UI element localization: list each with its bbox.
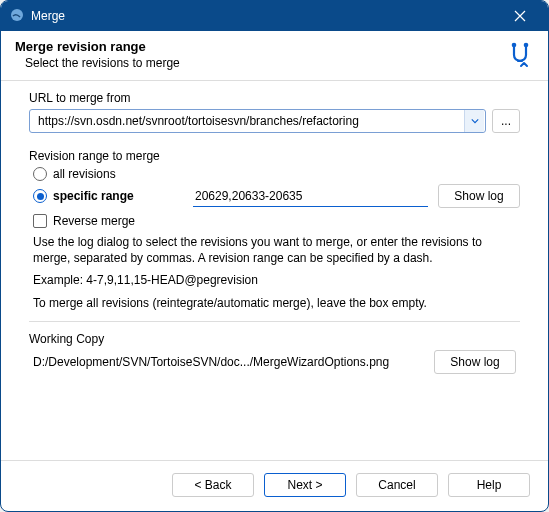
ellipsis-label: ... bbox=[501, 114, 511, 128]
close-icon bbox=[514, 10, 526, 22]
back-button[interactable]: < Back bbox=[172, 473, 254, 497]
svg-point-1 bbox=[512, 43, 517, 48]
help-button[interactable]: Help bbox=[448, 473, 530, 497]
range-input-wrap bbox=[193, 186, 428, 207]
url-row: https://svn.osdn.net/svnroot/tortoisesvn… bbox=[29, 109, 520, 133]
chevron-down-icon bbox=[471, 118, 479, 124]
app-icon bbox=[9, 7, 25, 26]
back-label: < Back bbox=[194, 478, 231, 492]
close-button[interactable] bbox=[500, 2, 540, 30]
specific-range-row: specific range Show log bbox=[33, 184, 520, 208]
revision-range-input[interactable] bbox=[193, 186, 428, 207]
all-revisions-radio[interactable] bbox=[33, 167, 47, 181]
reverse-merge-row[interactable]: Reverse merge bbox=[33, 214, 520, 228]
tortoise-merge-icon bbox=[506, 41, 534, 69]
show-log-label: Show log bbox=[454, 189, 503, 203]
wizard-body: URL to merge from https://svn.osdn.net/s… bbox=[1, 81, 548, 460]
show-log-wc-label: Show log bbox=[450, 355, 499, 369]
svg-point-2 bbox=[524, 43, 529, 48]
working-copy-path: D:/Development/SVN/TortoiseSVN/doc.../Me… bbox=[33, 355, 424, 369]
cancel-button[interactable]: Cancel bbox=[356, 473, 438, 497]
working-copy-row: D:/Development/SVN/TortoiseSVN/doc.../Me… bbox=[33, 350, 516, 374]
url-value: https://svn.osdn.net/svnroot/tortoisesvn… bbox=[30, 114, 464, 128]
wizard-header: Merge revision range Select the revision… bbox=[1, 31, 548, 81]
help-text-2: Example: 4-7,9,11,15-HEAD@pegrevision bbox=[33, 272, 516, 288]
show-log-revisions-button[interactable]: Show log bbox=[438, 184, 520, 208]
show-log-wc-button[interactable]: Show log bbox=[434, 350, 516, 374]
titlebar: Merge bbox=[1, 1, 548, 31]
merge-wizard-window: Merge Merge revision range Select the re… bbox=[0, 0, 549, 512]
specific-range-option[interactable]: specific range bbox=[33, 189, 183, 203]
help-label: Help bbox=[477, 478, 502, 492]
url-dropdown-button[interactable] bbox=[464, 110, 484, 132]
all-revisions-row[interactable]: all revisions bbox=[33, 167, 520, 181]
divider bbox=[29, 321, 520, 322]
all-revisions-label: all revisions bbox=[53, 167, 116, 181]
titlebar-left: Merge bbox=[9, 7, 65, 26]
specific-range-radio[interactable] bbox=[33, 189, 47, 203]
next-button[interactable]: Next > bbox=[264, 473, 346, 497]
help-text-1: Use the log dialog to select the revisio… bbox=[33, 234, 516, 266]
window-title: Merge bbox=[31, 9, 65, 23]
next-label: Next > bbox=[287, 478, 322, 492]
wizard-footer: < Back Next > Cancel Help bbox=[1, 460, 548, 511]
cancel-label: Cancel bbox=[378, 478, 415, 492]
revision-group-label: Revision range to merge bbox=[29, 149, 520, 163]
help-text-3: To merge all revisions (reintegrate/auto… bbox=[33, 295, 516, 311]
wizard-header-text: Merge revision range Select the revision… bbox=[15, 39, 180, 70]
browse-url-button[interactable]: ... bbox=[492, 109, 520, 133]
specific-range-label: specific range bbox=[53, 189, 134, 203]
wizard-title: Merge revision range bbox=[15, 39, 180, 54]
wizard-subtitle: Select the revisions to merge bbox=[15, 56, 180, 70]
wc-group-label: Working Copy bbox=[29, 332, 520, 346]
url-combo[interactable]: https://svn.osdn.net/svnroot/tortoisesvn… bbox=[29, 109, 486, 133]
reverse-merge-checkbox[interactable] bbox=[33, 214, 47, 228]
url-group-label: URL to merge from bbox=[29, 91, 520, 105]
reverse-merge-label: Reverse merge bbox=[53, 214, 135, 228]
